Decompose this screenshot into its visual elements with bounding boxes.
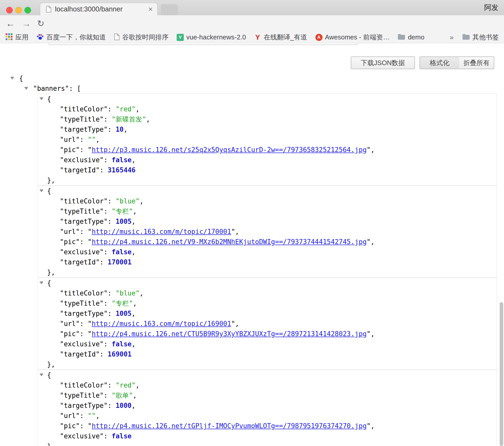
- json-object-open-line: {: [38, 370, 497, 380]
- json-punctuation: ": [88, 228, 92, 235]
- json-punctuation: :: [100, 166, 108, 174]
- reload-icon[interactable]: ↻: [37, 15, 45, 32]
- profile-name[interactable]: 阿发: [484, 0, 498, 15]
- format-button[interactable]: 格式化: [419, 56, 460, 69]
- json-punctuation: ": [88, 330, 92, 338]
- bookmark-awesomes[interactable]: A Awesomes - 前端资…: [315, 33, 390, 42]
- window-minimize-button[interactable]: [15, 7, 22, 13]
- json-string-value: "歌单": [112, 392, 133, 399]
- bookmark-label: Awesomes - 前端资…: [325, 33, 390, 42]
- json-url-link[interactable]: http://music.163.com/m/topic/169001: [92, 320, 231, 328]
- collapse-toggle-icon[interactable]: [39, 189, 44, 192]
- tab-close-icon[interactable]: ×: [148, 5, 153, 13]
- json-object-open-line: {: [38, 278, 497, 288]
- vue-badge-icon: V: [177, 34, 184, 41]
- json-object-close-line: },: [38, 175, 497, 185]
- json-number-value: 3165446: [108, 166, 136, 174]
- navigation-bar: ← → ↻ ⓘ localhost:3000/banner ☆ V en 英 F…: [0, 15, 504, 32]
- bookmark-demo-folder[interactable]: demo: [398, 33, 424, 41]
- collapse-toggle-icon[interactable]: [39, 281, 44, 284]
- new-tab-button[interactable]: [161, 4, 178, 15]
- json-string-value: "新碟首发": [112, 115, 146, 123]
- bookmark-youdao-translate[interactable]: Y 在线翻译_有道: [254, 33, 307, 42]
- json-key: "titleColor": [60, 289, 108, 297]
- json-key: "exclusive": [60, 156, 104, 164]
- json-boolean-value: false: [112, 340, 132, 348]
- json-punctuation: ,: [132, 218, 136, 225]
- json-number-value: 1000: [116, 402, 132, 409]
- collapse-toggle-icon[interactable]: [39, 97, 44, 100]
- json-property-line: "targetType": 1005,: [38, 216, 497, 227]
- forward-icon[interactable]: →: [21, 15, 31, 32]
- json-punctuation: ": [367, 422, 371, 430]
- window-close-button[interactable]: [6, 7, 13, 13]
- vertical-scrollbar-thumb[interactable]: [500, 302, 503, 446]
- bookmark-label: 其他书签: [472, 33, 499, 42]
- collapse-toggle-icon[interactable]: [10, 77, 14, 80]
- bookmarks-overflow-chevron[interactable]: »: [450, 33, 454, 41]
- json-key: "url": [60, 412, 80, 420]
- bookmarks-bar: 应用 百度一下，你就知道 谷歌按时间排序 V vue-hackernews-2.…: [0, 32, 504, 43]
- window-zoom-button[interactable]: [24, 7, 31, 13]
- json-number-value: 10: [116, 126, 123, 133]
- json-property-line: "targetId": 170001: [38, 257, 497, 267]
- bookmark-google-sort[interactable]: 谷歌按时间排序: [114, 33, 169, 42]
- json-punctuation: {: [47, 187, 51, 195]
- json-punctuation: :: [100, 258, 108, 266]
- collapse-all-button[interactable]: 折叠所有: [459, 56, 494, 69]
- collapse-toggle-icon[interactable]: [24, 87, 28, 90]
- json-object-close-line: },: [38, 267, 497, 277]
- json-punctuation: :: [108, 289, 116, 297]
- bookmark-vue-hackernews[interactable]: V vue-hackernews-2.0: [177, 33, 246, 41]
- json-key: "exclusive": [60, 432, 104, 440]
- bookmark-label: 在线翻译_有道: [264, 33, 307, 42]
- bookmark-apps[interactable]: 应用: [6, 33, 29, 42]
- json-key: "pic": [60, 238, 80, 246]
- collapse-toggle-icon[interactable]: [39, 374, 44, 376]
- json-punctuation: ,: [371, 422, 375, 430]
- json-key: "targetType": [60, 402, 108, 409]
- back-icon[interactable]: ←: [6, 15, 15, 32]
- json-string-value: "专栏": [112, 300, 133, 307]
- json-punctuation: :: [104, 207, 111, 215]
- json-punctuation: {: [47, 279, 51, 287]
- active-tab[interactable]: localhost:3000/banner ×: [40, 3, 157, 15]
- json-punctuation: :: [104, 300, 111, 307]
- json-punctuation: ": [231, 320, 235, 328]
- json-url-link[interactable]: http://music.163.com/m/topic/170001: [92, 228, 231, 235]
- json-key: "url": [60, 320, 80, 328]
- json-key: "url": [60, 228, 80, 235]
- json-punctuation: }: [47, 442, 51, 446]
- bookmark-label: vue-hackernews-2.0: [186, 33, 246, 41]
- download-json-button[interactable]: 下载JSON数据: [351, 56, 415, 69]
- json-url-link[interactable]: http://p3.music.126.net/s25q2x5QyqsAzilC…: [92, 146, 367, 154]
- json-punctuation: ,: [371, 330, 375, 338]
- json-property-line: "url": "http://music.163.com/m/topic/170…: [38, 227, 497, 237]
- json-punctuation: :: [80, 320, 88, 328]
- json-punctuation: ,: [135, 381, 139, 389]
- json-url-link[interactable]: http://p4.music.126.net/tGPljf-IMOCyPvum…: [92, 422, 367, 430]
- json-key: "targetType": [60, 218, 108, 225]
- json-punctuation: :: [80, 422, 88, 430]
- json-punctuation: ": [88, 146, 92, 154]
- bookmark-baidu[interactable]: 百度一下，你就知道: [37, 33, 106, 42]
- json-punctuation: ,: [132, 156, 136, 164]
- json-property-line: "url": "",: [38, 411, 497, 421]
- json-url-link[interactable]: http://p4.music.126.net/V9-MXz6b2MNhEKju…: [92, 238, 367, 246]
- json-key: "targetId": [60, 166, 100, 174]
- json-number-value: 170001: [108, 258, 132, 266]
- json-url-link[interactable]: http://p4.music.126.net/CTU5B9R9y3XyYBZX…: [92, 330, 367, 338]
- awesomes-badge-icon: A: [315, 34, 323, 41]
- json-punctuation: ,: [123, 126, 128, 133]
- json-key: "pic": [60, 146, 80, 154]
- json-property-line: "typeTitle": "专栏",: [38, 206, 497, 216]
- json-property-line: "exclusive": false,: [38, 155, 497, 165]
- json-object-close-line: },: [38, 359, 497, 369]
- json-property-line: "typeTitle": "专栏",: [38, 298, 497, 308]
- json-key: "titleColor": [60, 105, 108, 113]
- json-punctuation: :: [104, 392, 111, 399]
- json-punctuation: :: [108, 197, 116, 205]
- json-punctuation: ": [88, 320, 92, 328]
- json-property-line: "url": "",: [38, 135, 497, 145]
- bookmark-other-bookmarks[interactable]: 其他书签: [462, 33, 499, 42]
